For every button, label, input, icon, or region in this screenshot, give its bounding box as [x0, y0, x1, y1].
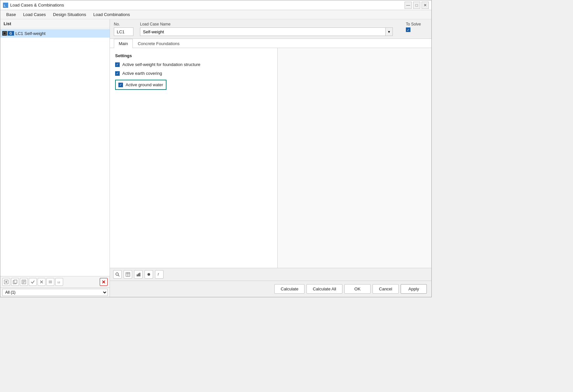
- maximize-button[interactable]: □: [413, 2, 420, 9]
- right-panel: No. LC1 Load Case Name Self-weight ▼ To …: [110, 19, 431, 297]
- lc-name: Self-weight: [25, 31, 45, 36]
- settings-right-panel: [278, 48, 431, 268]
- add-button[interactable]: [2, 278, 10, 286]
- close-button[interactable]: ✕: [422, 2, 429, 9]
- main-window: L Load Cases & Combinations — □ ✕ Base L…: [0, 0, 432, 297]
- left-toolbar: 12: [0, 276, 110, 287]
- tab-concrete-foundations[interactable]: Concrete Foundations: [133, 39, 184, 48]
- svg-rect-27: [139, 273, 140, 276]
- svg-text:12: 12: [57, 281, 60, 284]
- dot-icon-btn[interactable]: [145, 270, 153, 279]
- load-case-select[interactable]: Self-weight ▼: [140, 27, 393, 36]
- content-area: Settings Active self-weight for foundati…: [110, 48, 431, 268]
- table-icon-btn[interactable]: [124, 270, 132, 279]
- index-badge: [2, 31, 7, 36]
- no-value: LC1: [114, 27, 133, 36]
- ok-button[interactable]: OK: [344, 284, 371, 294]
- svg-line-21: [118, 275, 119, 276]
- bottom-icon-toolbar: f: [110, 268, 431, 281]
- app-icon: L: [3, 3, 8, 8]
- delete-button[interactable]: [100, 278, 108, 286]
- lc-badge: G: [2, 31, 14, 36]
- load-case-name-label: Load Case Name: [140, 22, 393, 26]
- menu-base[interactable]: Base: [3, 11, 19, 18]
- list-header: List: [0, 19, 110, 28]
- calculate-all-button[interactable]: Calculate All: [306, 284, 342, 294]
- checkbox-row-2: Active earth covering: [115, 71, 272, 76]
- filter-select[interactable]: All (1): [2, 289, 108, 296]
- active-earth-covering-label: Active earth covering: [122, 71, 162, 76]
- active-self-weight-checkbox[interactable]: [115, 62, 120, 67]
- no-label: No.: [114, 22, 133, 26]
- checkbox-row-1: Active self-weight for foundation struct…: [115, 62, 272, 67]
- menu-design-situations[interactable]: Design Situations: [50, 11, 89, 18]
- list-row[interactable]: G LC1 Self-weight: [0, 29, 110, 38]
- tabs-area: Main Concrete Foundations: [110, 39, 431, 48]
- chart-icon-btn[interactable]: [134, 270, 143, 279]
- window-title: Load Cases & Combinations: [10, 3, 64, 8]
- tabs: Main Concrete Foundations: [110, 39, 431, 48]
- svg-point-28: [148, 273, 150, 276]
- load-case-select-text: Self-weight: [140, 28, 385, 35]
- lc-number: LC1: [15, 31, 23, 36]
- search-icon-btn[interactable]: [113, 270, 122, 279]
- filter-bar: All (1): [0, 287, 110, 297]
- menu-load-cases[interactable]: Load Cases: [20, 11, 49, 18]
- uncheck-button[interactable]: [38, 278, 45, 286]
- to-solve-label: To Solve: [406, 22, 421, 26]
- active-ground-water-row: Active ground water: [115, 80, 166, 90]
- title-bar-left: L Load Cases & Combinations: [3, 3, 64, 8]
- settings-panel: Settings Active self-weight for foundati…: [110, 48, 278, 268]
- menu-load-combinations[interactable]: Load Combinations: [90, 11, 133, 18]
- left-panel: List G LC1 Self-weight: [0, 19, 110, 297]
- export-button[interactable]: [20, 278, 28, 286]
- form-header: No. LC1 Load Case Name Self-weight ▼ To …: [110, 19, 431, 39]
- action-buttons: Calculate Calculate All OK Cancel Apply: [110, 281, 431, 297]
- check-button[interactable]: [29, 278, 37, 286]
- active-ground-water-label: Active ground water: [126, 82, 163, 87]
- function-icon-btn[interactable]: f: [155, 270, 164, 279]
- svg-text:L: L: [4, 4, 6, 7]
- title-bar: L Load Cases & Combinations — □ ✕: [0, 0, 431, 10]
- svg-rect-26: [138, 273, 139, 276]
- svg-rect-2: [3, 32, 6, 35]
- active-earth-covering-checkbox[interactable]: [115, 71, 120, 76]
- menu-bar: Base Load Cases Design Situations Load C…: [0, 10, 431, 19]
- to-solve-checkbox[interactable]: [406, 27, 410, 32]
- list-content: G LC1 Self-weight: [0, 28, 110, 276]
- settings-title: Settings: [115, 53, 272, 58]
- type-badge: G: [8, 31, 14, 36]
- svg-text:f: f: [158, 272, 159, 276]
- minimize-button[interactable]: —: [405, 2, 412, 9]
- copy-button[interactable]: [11, 278, 19, 286]
- svg-rect-25: [137, 274, 138, 276]
- active-self-weight-label: Active self-weight for foundation struct…: [122, 62, 200, 67]
- active-ground-water-checkbox[interactable]: [118, 83, 123, 87]
- tab-main[interactable]: Main: [114, 39, 133, 48]
- calculate-button[interactable]: Calculate: [274, 284, 304, 294]
- cancel-button[interactable]: Cancel: [373, 284, 399, 294]
- window-controls: — □ ✕: [405, 2, 429, 9]
- main-content: List G LC1 Self-weight: [0, 19, 431, 297]
- renumber-button[interactable]: 12: [55, 278, 63, 286]
- load-case-name-group: Load Case Name Self-weight ▼: [140, 22, 393, 36]
- svg-rect-7: [14, 280, 17, 283]
- no-field-group: No. LC1: [114, 22, 133, 36]
- apply-button[interactable]: Apply: [401, 284, 427, 294]
- dropdown-arrow-icon[interactable]: ▼: [385, 28, 392, 36]
- to-solve-group: To Solve: [406, 22, 421, 32]
- sort-button[interactable]: [46, 278, 54, 286]
- svg-point-20: [116, 273, 118, 275]
